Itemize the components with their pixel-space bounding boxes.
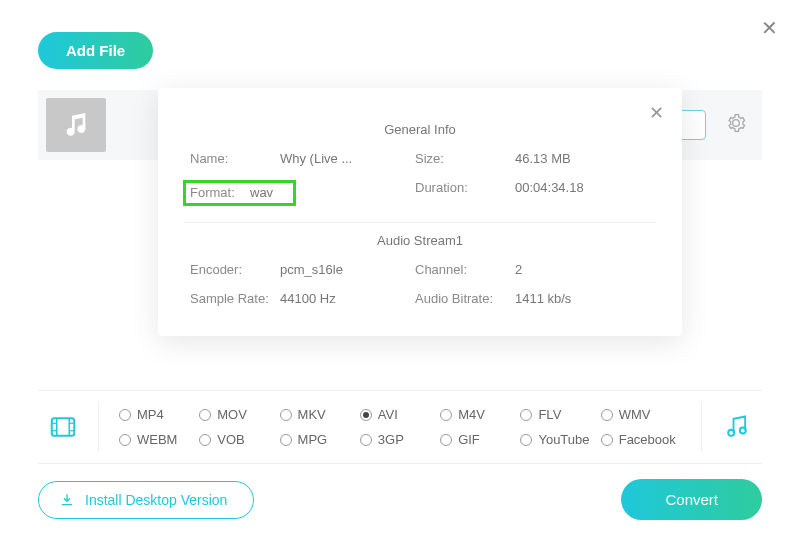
audio-stream-heading: Audio Stream1 (186, 233, 654, 248)
channel-value: 2 (515, 262, 650, 277)
music-note-icon (60, 109, 92, 141)
radio-icon (119, 409, 131, 421)
format-option-gif[interactable]: GIF (440, 432, 520, 447)
format-option-youtube[interactable]: YouTube (520, 432, 600, 447)
media-info-modal: ✕ General Info Name: Why (Live ... Size:… (158, 88, 682, 336)
format-option-vob[interactable]: VOB (199, 432, 279, 447)
format-option-mov[interactable]: MOV (199, 407, 279, 422)
bottom-bar: Install Desktop Version Convert (38, 479, 762, 520)
format-label: AVI (378, 407, 398, 422)
format-label: GIF (458, 432, 480, 447)
format-label: 3GP (378, 432, 404, 447)
format-option-flv[interactable]: FLV (520, 407, 600, 422)
video-mode-icon[interactable] (38, 412, 88, 442)
name-label: Name: (190, 151, 280, 166)
format-list: MP4MOVMKVAVIM4VFLVWMVWEBMVOBMPG3GPGIFYou… (109, 407, 691, 447)
download-icon (59, 492, 75, 508)
install-desktop-label: Install Desktop Version (85, 492, 227, 508)
format-option-mkv[interactable]: MKV (280, 407, 360, 422)
divider (184, 222, 656, 223)
format-label: MP4 (137, 407, 164, 422)
format-bar: MP4MOVMKVAVIM4VFLVWMVWEBMVOBMPG3GPGIFYou… (38, 390, 762, 464)
format-option-facebook[interactable]: Facebook (601, 432, 681, 447)
duration-label: Duration: (415, 180, 515, 206)
size-value: 46.13 MB (515, 151, 650, 166)
format-label: MPG (298, 432, 328, 447)
modal-close-icon[interactable]: ✕ (649, 102, 664, 124)
bitrate-label: Audio Bitrate: (415, 291, 515, 306)
samplerate-value: 44100 Hz (280, 291, 415, 306)
format-label: MOV (217, 407, 247, 422)
radio-icon (280, 409, 292, 421)
bitrate-value: 1411 kb/s (515, 291, 650, 306)
duration-value: 00:04:34.18 (515, 180, 650, 206)
divider (701, 402, 702, 452)
settings-gear-icon[interactable] (726, 113, 746, 137)
audio-thumbnail (46, 98, 106, 152)
radio-icon (520, 409, 532, 421)
format-label: Facebook (619, 432, 676, 447)
radio-icon (520, 434, 532, 446)
divider (98, 402, 99, 452)
radio-icon (601, 409, 613, 421)
svg-point-7 (728, 430, 734, 436)
format-label: MKV (298, 407, 326, 422)
output-format-slot[interactable] (678, 110, 706, 140)
svg-rect-0 (52, 418, 75, 436)
window-close-icon[interactable]: ✕ (761, 16, 778, 40)
radio-icon (440, 434, 452, 446)
format-label: WEBM (137, 432, 177, 447)
format-option-3gp[interactable]: 3GP (360, 432, 440, 447)
channel-label: Channel: (415, 262, 515, 277)
encoder-label: Encoder: (190, 262, 280, 277)
radio-icon (199, 409, 211, 421)
format-option-webm[interactable]: WEBM (119, 432, 199, 447)
radio-icon (119, 434, 131, 446)
radio-icon (360, 434, 372, 446)
radio-icon (601, 434, 613, 446)
format-label: WMV (619, 407, 651, 422)
size-label: Size: (415, 151, 515, 166)
format-option-wmv[interactable]: WMV (601, 407, 681, 422)
radio-icon (440, 409, 452, 421)
format-option-mp4[interactable]: MP4 (119, 407, 199, 422)
svg-point-8 (740, 427, 746, 433)
radio-icon (199, 434, 211, 446)
format-label: M4V (458, 407, 485, 422)
audio-mode-icon[interactable] (712, 413, 762, 441)
format-option-mpg[interactable]: MPG (280, 432, 360, 447)
format-option-m4v[interactable]: M4V (440, 407, 520, 422)
samplerate-label: Sample Rate: (190, 291, 280, 306)
name-value: Why (Live ... (280, 151, 415, 166)
radio-icon (280, 434, 292, 446)
format-option-avi[interactable]: AVI (360, 407, 440, 422)
general-info-heading: General Info (186, 122, 654, 137)
format-label: FLV (538, 407, 561, 422)
convert-button[interactable]: Convert (621, 479, 762, 520)
format-label: YouTube (538, 432, 589, 447)
add-file-button[interactable]: Add File (38, 32, 153, 69)
install-desktop-button[interactable]: Install Desktop Version (38, 481, 254, 519)
format-value: wav (280, 180, 415, 206)
encoder-value: pcm_s16le (280, 262, 415, 277)
format-label: VOB (217, 432, 244, 447)
radio-icon (360, 409, 372, 421)
